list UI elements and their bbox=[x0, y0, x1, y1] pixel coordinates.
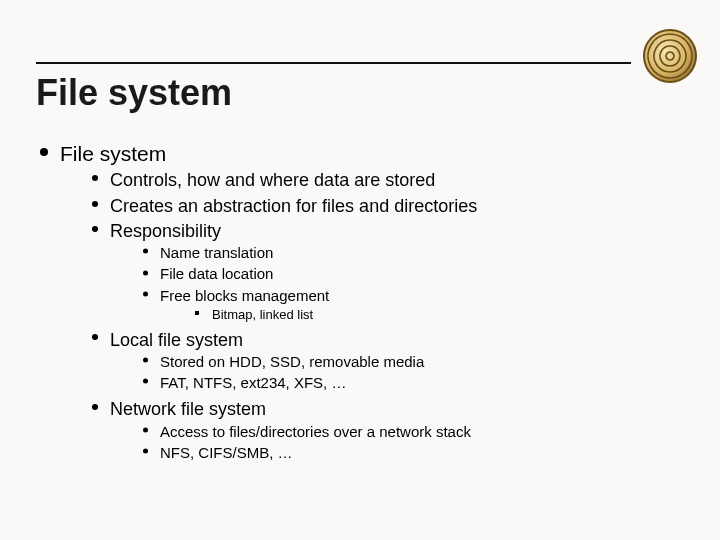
list-item: Name translation bbox=[136, 243, 676, 263]
list-item: Controls, how and where data are stored bbox=[86, 168, 676, 192]
list-item: Bitmap, linked list bbox=[188, 306, 676, 324]
svg-point-0 bbox=[644, 30, 696, 82]
list-item: FAT, NTFS, ext234, XFS, … bbox=[136, 373, 676, 393]
outline-heading: File system Controls, how and where data… bbox=[36, 140, 676, 463]
snail-shell-icon bbox=[638, 24, 702, 88]
title-rule bbox=[36, 62, 631, 64]
list-item: NFS, CIFS/SMB, … bbox=[136, 443, 676, 463]
list-item: Creates an abstraction for files and dir… bbox=[86, 194, 676, 218]
local-heading: Local file system Stored on HDD, SSD, re… bbox=[86, 328, 676, 394]
slide-title: File system bbox=[36, 72, 232, 114]
list-item: Stored on HDD, SSD, removable media bbox=[136, 352, 676, 372]
slide-body: File system Controls, how and where data… bbox=[36, 140, 676, 464]
network-heading: Network file system Access to files/dire… bbox=[86, 397, 676, 463]
list-item: Access to files/directories over a netwo… bbox=[136, 422, 676, 442]
list-item: Responsibility Name translation File dat… bbox=[86, 219, 676, 324]
list-item: File data location bbox=[136, 264, 676, 284]
outline-heading-text: File system bbox=[60, 142, 166, 165]
list-item: Free blocks management Bitmap, linked li… bbox=[136, 286, 676, 324]
